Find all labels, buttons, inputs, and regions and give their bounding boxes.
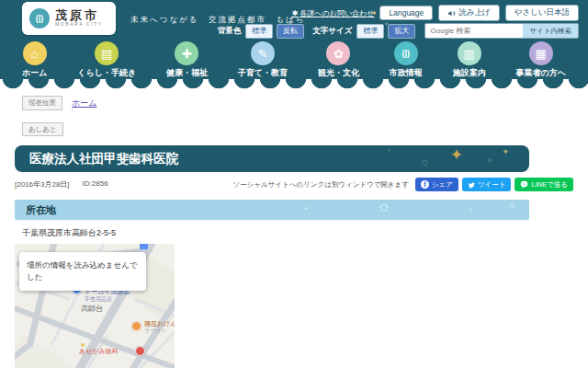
language-button[interactable]: Language: [379, 6, 433, 20]
sparkle-icon: ✦: [303, 205, 309, 212]
easy-japanese-button[interactable]: やさしい日本語: [505, 5, 579, 21]
city-name: 茂原市: [55, 9, 103, 22]
map-partial-label: [140, 244, 148, 249]
city-name-en: MOBARA CITY: [55, 22, 103, 28]
size-large-button[interactable]: 拡大: [388, 24, 415, 39]
documents-icon: ▤: [95, 41, 119, 65]
utility-row-top: ✱各課へのお問い合わせ Language 読み上げ やさしい日本語: [292, 5, 579, 21]
contact-link[interactable]: ✱各課へのお問い合わせ: [292, 8, 375, 18]
home-icon: ⌂: [23, 41, 47, 65]
size-standard-button[interactable]: 標準: [356, 24, 384, 39]
sparkle-icon: ✧: [508, 201, 516, 211]
article-meta: [2016年3月28日] ID:2856 ソーシャルサイトへのリンクは別ウィンド…: [15, 178, 573, 191]
map-error-dialog: 場所の情報を読み込めませんでした: [19, 252, 146, 291]
main-nav: ⌂ ホーム ▤ くらし・手続き ✚ 健康・福祉 ✎ 子育て・教育 ✿ 観光・文化…: [0, 41, 588, 79]
diamond-decoration-icon: ◇: [422, 158, 428, 167]
site-logo[interactable]: (|) 茂原市 MOBARA CITY: [22, 2, 116, 35]
breadcrumb: 現在位置 ホーム: [22, 96, 588, 110]
star-decoration-icon: ✦: [450, 147, 463, 163]
building-icon: ▥: [458, 41, 481, 65]
twitter-tweet-button[interactable]: ツイート: [462, 178, 512, 191]
nav-item-city-government[interactable]: (|) 市政情報: [390, 41, 423, 79]
bg-invert-button[interactable]: 反転: [277, 24, 304, 39]
map-label-district: 高師台: [81, 305, 103, 314]
nav-item-health-welfare[interactable]: ✚ 健康・福祉: [166, 41, 208, 79]
nav-item-business[interactable]: ▦ 事業者の方へ: [516, 41, 566, 79]
map-label-clinic[interactable]: あぜがみ眼科: [79, 348, 119, 355]
sparkle-icon: ✦: [502, 148, 509, 156]
clinic-address: 千葉県茂原市高師台2-5-5: [22, 227, 588, 239]
utility-row-bottom: 背景色 標準 反転 文字サイズ 標準 拡大 サイト内検索: [218, 23, 579, 39]
article-id: ID:2856: [83, 179, 108, 190]
social-note: ソーシャルサイトへのリンクは別ウィンドウで開きます: [233, 180, 409, 190]
asterisk-icon: ✱: [292, 9, 299, 17]
nav-item-facility-guide[interactable]: ▥ 施設案内: [453, 41, 486, 79]
current-location-label: 現在位置: [22, 96, 62, 110]
bg-standard-button[interactable]: 標準: [245, 24, 273, 39]
header-wave-border: [0, 79, 588, 89]
city-emblem-icon: (|): [394, 41, 418, 65]
health-cross-icon: ✚: [175, 41, 198, 65]
sun-decoration-icon: ☼: [377, 200, 392, 214]
sparkle-icon: ✧: [386, 147, 391, 154]
nav-item-tourism-culture[interactable]: ✿ 観光・文化: [318, 41, 359, 79]
map-error-message: 場所の情報を読み込めませんでした: [27, 260, 138, 282]
line-share-button[interactable]: L LINEで送る: [514, 178, 573, 191]
sparkle-icon: ✧: [468, 207, 474, 214]
breadcrumb-home-link[interactable]: ホーム: [72, 98, 96, 109]
nav-item-childcare-education[interactable]: ✎ 子育て・教育: [238, 41, 288, 79]
office-buildings-icon: ▦: [529, 41, 553, 65]
page-title: 医療法人社団甲斐歯科医院: [29, 151, 178, 167]
flower-icon: ✿: [326, 41, 350, 65]
site-header: (|) 茂原市 MOBARA CITY 未来へつながる 交流拠点都市 もばら ✦…: [0, 0, 588, 79]
nav-item-home[interactable]: ⌂ ホーム: [22, 41, 47, 79]
twitter-bird-icon: [468, 181, 475, 189]
map-label-ramen[interactable]: 麺屋おけん 茂原店 ラーメン: [144, 320, 175, 335]
search-input[interactable]: [425, 24, 523, 38]
read-aloud-button[interactable]: 読み上げ: [438, 5, 499, 21]
footprints-button[interactable]: あしあと: [22, 122, 63, 136]
clinic-marker-icon[interactable]: [135, 346, 145, 356]
sparkle-icon: ✧: [486, 157, 492, 165]
speaker-icon: [447, 9, 456, 17]
page-title-banner: 医療法人社団甲斐歯科医院 ✦ ✧ ✦ ◇ ✧: [15, 145, 529, 172]
site-search: サイト内検索: [424, 23, 579, 39]
mobara-emblem-icon: (|): [29, 8, 50, 29]
text-size-label: 文字サイズ: [312, 26, 352, 37]
facebook-share-button[interactable]: f シェア: [415, 178, 458, 191]
site-search-button[interactable]: サイト内検索: [523, 24, 578, 38]
ramen-marker-icon[interactable]: [131, 321, 141, 331]
pencil-icon: ✎: [251, 41, 275, 65]
line-bubble-icon: L: [520, 180, 528, 189]
location-section-header: 所在地 ☼ ✧ ✧ ✦: [15, 200, 529, 220]
facebook-icon: f: [421, 180, 429, 189]
svg-text:L: L: [524, 182, 526, 186]
bg-color-label: 背景色: [218, 26, 242, 37]
google-map[interactable]: 場所の情報を読み込めませんでした クラフトハート トーカイ茂原店 手芸用品店 高…: [15, 244, 175, 368]
publish-date: [2016年3月28日]: [15, 179, 70, 190]
section-title: 所在地: [26, 203, 56, 217]
nav-item-living-procedures[interactable]: ▤ くらし・手続き: [77, 41, 136, 79]
